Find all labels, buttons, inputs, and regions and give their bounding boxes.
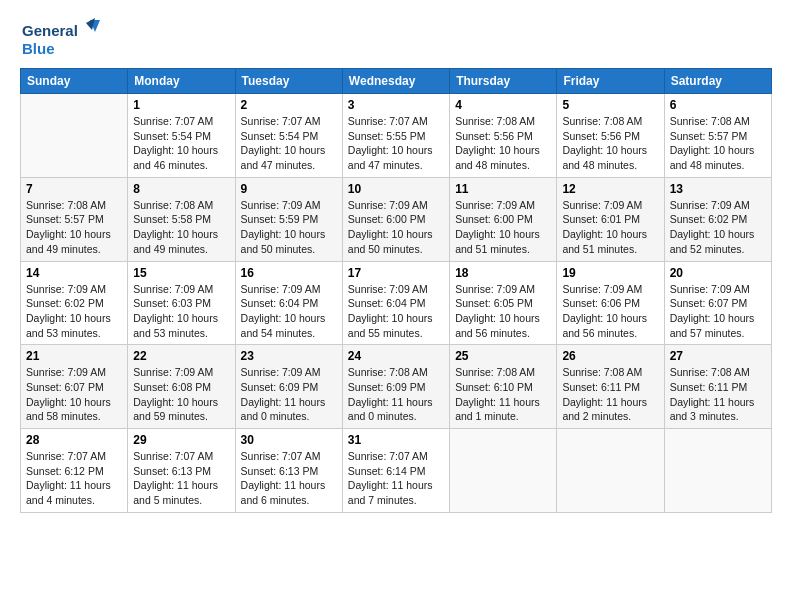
day-cell: 21Sunrise: 7:09 AM Sunset: 6:07 PM Dayli… (21, 345, 128, 429)
day-number: 16 (241, 266, 337, 280)
day-number: 6 (670, 98, 766, 112)
day-cell: 10Sunrise: 7:09 AM Sunset: 6:00 PM Dayli… (342, 177, 449, 261)
day-number: 23 (241, 349, 337, 363)
day-cell: 1Sunrise: 7:07 AM Sunset: 5:54 PM Daylig… (128, 94, 235, 178)
day-number: 29 (133, 433, 229, 447)
day-info: Sunrise: 7:09 AM Sunset: 6:01 PM Dayligh… (562, 198, 658, 257)
day-info: Sunrise: 7:09 AM Sunset: 6:07 PM Dayligh… (670, 282, 766, 341)
day-number: 10 (348, 182, 444, 196)
day-info: Sunrise: 7:08 AM Sunset: 5:57 PM Dayligh… (670, 114, 766, 173)
day-number: 22 (133, 349, 229, 363)
day-info: Sunrise: 7:08 AM Sunset: 6:10 PM Dayligh… (455, 365, 551, 424)
day-cell: 28Sunrise: 7:07 AM Sunset: 6:12 PM Dayli… (21, 429, 128, 513)
calendar-header-row: SundayMondayTuesdayWednesdayThursdayFrid… (21, 69, 772, 94)
col-header-friday: Friday (557, 69, 664, 94)
day-number: 11 (455, 182, 551, 196)
day-info: Sunrise: 7:09 AM Sunset: 6:02 PM Dayligh… (670, 198, 766, 257)
day-number: 14 (26, 266, 122, 280)
day-info: Sunrise: 7:07 AM Sunset: 5:55 PM Dayligh… (348, 114, 444, 173)
day-cell (557, 429, 664, 513)
day-info: Sunrise: 7:09 AM Sunset: 6:00 PM Dayligh… (348, 198, 444, 257)
day-cell: 19Sunrise: 7:09 AM Sunset: 6:06 PM Dayli… (557, 261, 664, 345)
day-number: 27 (670, 349, 766, 363)
day-info: Sunrise: 7:07 AM Sunset: 6:14 PM Dayligh… (348, 449, 444, 508)
day-cell: 23Sunrise: 7:09 AM Sunset: 6:09 PM Dayli… (235, 345, 342, 429)
day-number: 13 (670, 182, 766, 196)
day-info: Sunrise: 7:08 AM Sunset: 5:58 PM Dayligh… (133, 198, 229, 257)
col-header-sunday: Sunday (21, 69, 128, 94)
day-number: 4 (455, 98, 551, 112)
header: General Blue (20, 18, 772, 62)
day-info: Sunrise: 7:07 AM Sunset: 6:12 PM Dayligh… (26, 449, 122, 508)
day-info: Sunrise: 7:09 AM Sunset: 6:04 PM Dayligh… (348, 282, 444, 341)
week-row-5: 28Sunrise: 7:07 AM Sunset: 6:12 PM Dayli… (21, 429, 772, 513)
day-number: 15 (133, 266, 229, 280)
svg-text:Blue: Blue (22, 40, 55, 57)
day-cell: 30Sunrise: 7:07 AM Sunset: 6:13 PM Dayli… (235, 429, 342, 513)
col-header-monday: Monday (128, 69, 235, 94)
day-info: Sunrise: 7:09 AM Sunset: 6:00 PM Dayligh… (455, 198, 551, 257)
day-info: Sunrise: 7:08 AM Sunset: 6:09 PM Dayligh… (348, 365, 444, 424)
page-container: General Blue SundayMondayTuesdayWednesda… (0, 0, 792, 523)
day-number: 24 (348, 349, 444, 363)
day-info: Sunrise: 7:09 AM Sunset: 6:02 PM Dayligh… (26, 282, 122, 341)
week-row-1: 1Sunrise: 7:07 AM Sunset: 5:54 PM Daylig… (21, 94, 772, 178)
day-number: 18 (455, 266, 551, 280)
day-cell (664, 429, 771, 513)
calendar-table: SundayMondayTuesdayWednesdayThursdayFrid… (20, 68, 772, 513)
day-info: Sunrise: 7:09 AM Sunset: 6:04 PM Dayligh… (241, 282, 337, 341)
day-number: 12 (562, 182, 658, 196)
day-cell: 18Sunrise: 7:09 AM Sunset: 6:05 PM Dayli… (450, 261, 557, 345)
day-number: 9 (241, 182, 337, 196)
day-info: Sunrise: 7:09 AM Sunset: 6:09 PM Dayligh… (241, 365, 337, 424)
day-cell: 16Sunrise: 7:09 AM Sunset: 6:04 PM Dayli… (235, 261, 342, 345)
day-info: Sunrise: 7:08 AM Sunset: 5:56 PM Dayligh… (562, 114, 658, 173)
day-info: Sunrise: 7:09 AM Sunset: 6:06 PM Dayligh… (562, 282, 658, 341)
day-cell: 26Sunrise: 7:08 AM Sunset: 6:11 PM Dayli… (557, 345, 664, 429)
day-number: 5 (562, 98, 658, 112)
day-number: 31 (348, 433, 444, 447)
day-info: Sunrise: 7:08 AM Sunset: 5:57 PM Dayligh… (26, 198, 122, 257)
day-info: Sunrise: 7:07 AM Sunset: 5:54 PM Dayligh… (133, 114, 229, 173)
day-cell: 7Sunrise: 7:08 AM Sunset: 5:57 PM Daylig… (21, 177, 128, 261)
day-info: Sunrise: 7:09 AM Sunset: 6:07 PM Dayligh… (26, 365, 122, 424)
col-header-tuesday: Tuesday (235, 69, 342, 94)
day-number: 7 (26, 182, 122, 196)
day-cell (450, 429, 557, 513)
day-cell: 12Sunrise: 7:09 AM Sunset: 6:01 PM Dayli… (557, 177, 664, 261)
day-info: Sunrise: 7:09 AM Sunset: 5:59 PM Dayligh… (241, 198, 337, 257)
week-row-2: 7Sunrise: 7:08 AM Sunset: 5:57 PM Daylig… (21, 177, 772, 261)
logo-svg: General Blue (20, 18, 100, 62)
day-cell: 17Sunrise: 7:09 AM Sunset: 6:04 PM Dayli… (342, 261, 449, 345)
day-cell: 13Sunrise: 7:09 AM Sunset: 6:02 PM Dayli… (664, 177, 771, 261)
day-cell: 22Sunrise: 7:09 AM Sunset: 6:08 PM Dayli… (128, 345, 235, 429)
day-cell: 4Sunrise: 7:08 AM Sunset: 5:56 PM Daylig… (450, 94, 557, 178)
day-number: 8 (133, 182, 229, 196)
day-info: Sunrise: 7:08 AM Sunset: 6:11 PM Dayligh… (670, 365, 766, 424)
day-cell: 11Sunrise: 7:09 AM Sunset: 6:00 PM Dayli… (450, 177, 557, 261)
week-row-4: 21Sunrise: 7:09 AM Sunset: 6:07 PM Dayli… (21, 345, 772, 429)
day-cell: 31Sunrise: 7:07 AM Sunset: 6:14 PM Dayli… (342, 429, 449, 513)
day-info: Sunrise: 7:07 AM Sunset: 5:54 PM Dayligh… (241, 114, 337, 173)
day-cell: 14Sunrise: 7:09 AM Sunset: 6:02 PM Dayli… (21, 261, 128, 345)
day-cell: 15Sunrise: 7:09 AM Sunset: 6:03 PM Dayli… (128, 261, 235, 345)
day-info: Sunrise: 7:07 AM Sunset: 6:13 PM Dayligh… (241, 449, 337, 508)
day-number: 30 (241, 433, 337, 447)
day-cell: 27Sunrise: 7:08 AM Sunset: 6:11 PM Dayli… (664, 345, 771, 429)
col-header-saturday: Saturday (664, 69, 771, 94)
day-info: Sunrise: 7:09 AM Sunset: 6:08 PM Dayligh… (133, 365, 229, 424)
day-cell: 25Sunrise: 7:08 AM Sunset: 6:10 PM Dayli… (450, 345, 557, 429)
day-info: Sunrise: 7:09 AM Sunset: 6:03 PM Dayligh… (133, 282, 229, 341)
day-number: 3 (348, 98, 444, 112)
day-info: Sunrise: 7:08 AM Sunset: 5:56 PM Dayligh… (455, 114, 551, 173)
col-header-thursday: Thursday (450, 69, 557, 94)
day-info: Sunrise: 7:09 AM Sunset: 6:05 PM Dayligh… (455, 282, 551, 341)
svg-text:General: General (22, 22, 78, 39)
logo: General Blue (20, 18, 100, 62)
day-cell: 6Sunrise: 7:08 AM Sunset: 5:57 PM Daylig… (664, 94, 771, 178)
day-cell: 5Sunrise: 7:08 AM Sunset: 5:56 PM Daylig… (557, 94, 664, 178)
day-number: 28 (26, 433, 122, 447)
day-number: 21 (26, 349, 122, 363)
day-number: 1 (133, 98, 229, 112)
day-cell: 24Sunrise: 7:08 AM Sunset: 6:09 PM Dayli… (342, 345, 449, 429)
